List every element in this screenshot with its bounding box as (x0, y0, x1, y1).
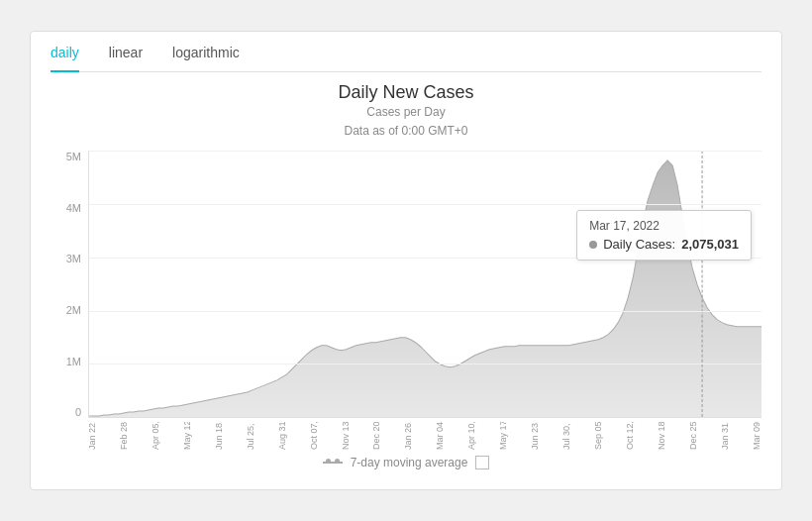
x-label: Feb 28, 2020 (120, 424, 129, 450)
x-label: Mar 09, 2022 (753, 424, 761, 450)
chart-plot: Mar 17, 2022 Daily Cases: 2,075,031 (88, 151, 761, 418)
x-label: Aug 31, 2020 (278, 424, 287, 450)
legend-moving-avg (323, 462, 343, 464)
x-label: Oct 12, 2021 (626, 424, 635, 450)
chart-svg (89, 151, 761, 417)
x-label: Dec 25, 2021 (689, 424, 698, 450)
x-label: Apr 05, 2020 (152, 424, 160, 450)
y-label-2m: 2M (66, 304, 81, 316)
legend: 7-day moving average (51, 456, 761, 469)
y-label-5m: 5M (66, 151, 81, 162)
chart-card: daily linear logarithmic Daily New Cases… (30, 31, 782, 490)
tooltip: Mar 17, 2022 Daily Cases: 2,075,031 (576, 210, 752, 260)
x-label: Jul 30, 2021 (562, 424, 571, 450)
x-axis: Jan 22, ... Feb 28, 2020 Apr 05, 2020 Ma… (88, 418, 761, 448)
legend-checkbox[interactable] (475, 456, 489, 469)
tab-linear[interactable]: linear (109, 33, 143, 72)
tab-logarithmic[interactable]: logarithmic (172, 33, 240, 72)
x-label: Jun 18, 2020 (215, 424, 224, 450)
chart-area: 5M 4M 3M 2M 1M 0 (51, 151, 761, 448)
legend-dash-icon (323, 462, 343, 464)
tooltip-dot (589, 241, 597, 249)
chart-title: Daily New Cases (51, 82, 761, 103)
tooltip-date: Mar 17, 2022 (589, 219, 739, 233)
x-label: Jul 25, 2020 (247, 424, 255, 450)
x-label: Jan 31, 2022 (721, 424, 730, 450)
x-label: Nov 18, 2021 (658, 424, 666, 450)
legend-label: 7-day moving average (351, 456, 468, 469)
x-label: Sep 05, 2021 (594, 424, 603, 450)
x-label: May 17, 2021 (499, 424, 508, 450)
y-label-3m: 3M (66, 253, 81, 264)
x-label: Jun 23, 2021 (531, 424, 540, 450)
x-label: Mar 04, 2021 (436, 424, 445, 450)
y-label-1m: 1M (66, 356, 81, 367)
y-label-0: 0 (75, 406, 81, 418)
x-label: May 12, 2020 (183, 424, 192, 450)
tooltip-value: Daily Cases: 2,075,031 (589, 237, 739, 252)
tab-daily[interactable]: daily (51, 33, 79, 72)
y-axis: 5M 4M 3M 2M 1M 0 (51, 151, 85, 418)
tooltip-number: 2,075,031 (681, 237, 739, 252)
x-label: Nov 13, 2020 (342, 424, 351, 450)
x-label: Oct 07, 2020 (310, 424, 319, 450)
x-label: Dec 20, 2020 (372, 424, 381, 450)
x-label: Jan 26, 2021 (404, 424, 413, 450)
chart-subtitle: Cases per Day Data as of 0:00 GMT+0 (51, 103, 761, 141)
tooltip-label: Daily Cases: (603, 237, 675, 252)
x-label: Jan 22, ... (88, 424, 97, 450)
x-label: Apr 10, 2021 (467, 424, 476, 450)
y-label-4m: 4M (66, 202, 81, 214)
tab-bar: daily linear logarithmic (51, 32, 761, 72)
